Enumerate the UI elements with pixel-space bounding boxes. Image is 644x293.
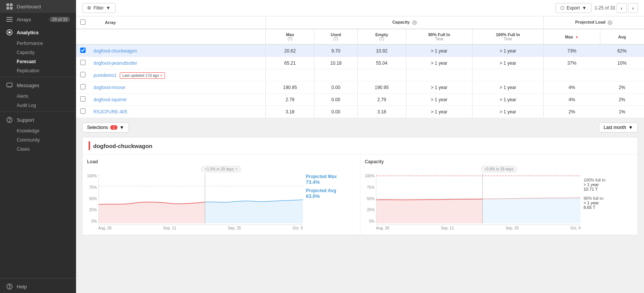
svg-rect-2 [6, 7, 9, 10]
cell-5: 73% [544, 45, 600, 57]
export-label: Export [566, 5, 580, 11]
support-label: Support [17, 117, 34, 123]
array-name-link[interactable]: dogfood-chuckwagon [94, 48, 137, 54]
content-area: Array Capacity i Projected Load i [76, 16, 644, 293]
sidebar-item-analytics[interactable]: Analytics [0, 26, 76, 39]
svg-rect-3 [10, 7, 13, 10]
array-name-link[interactable]: dogfood-moose [94, 85, 125, 90]
tooltip-close[interactable]: × [159, 73, 162, 78]
sidebar-sub-audit[interactable]: Audit Log [0, 101, 76, 110]
row-checkbox-1[interactable] [80, 60, 86, 65]
array-name-link[interactable]: dogfood-squirrel [94, 97, 127, 102]
alerts-label: Alerts [17, 94, 29, 99]
th-empty1 [76, 29, 90, 45]
projected-max-value: 73.4% [306, 179, 355, 185]
table-row: RSJCPURE-4053.180.003.18> 1 year> 1 year… [76, 106, 644, 118]
sidebar-item-messages[interactable]: Messages [0, 79, 76, 92]
row-checkbox-3[interactable] [80, 84, 86, 89]
filter-button[interactable]: ⚙ Filter ▼ [82, 3, 116, 13]
cell-6: 62% [600, 45, 644, 57]
cell-0 [266, 69, 314, 81]
cell-6: 2% [600, 81, 644, 94]
row-checkbox-0[interactable] [80, 48, 86, 53]
cell-4: > 1 year [472, 106, 544, 118]
svg-rect-6 [6, 21, 13, 22]
cell-0: 190.95 [266, 81, 314, 94]
messages-label: Messages [17, 83, 39, 88]
table-row: dogfood-peanutbutter65.2110.1855.04> 1 y… [76, 57, 644, 69]
row-checkbox-5[interactable] [80, 108, 86, 114]
sidebar-sub-capacity[interactable]: Capacity [0, 48, 76, 57]
select-all-checkbox[interactable] [80, 19, 86, 25]
load-annotation-line: +1.0% in 29 days × [201, 166, 241, 172]
array-title-bar [89, 141, 90, 150]
sidebar-item-arrays[interactable]: Arrays 29 of 33 [0, 13, 76, 26]
sidebar-sub-replication[interactable]: Replication [0, 66, 76, 75]
sidebar-item-dashboard[interactable]: Dashboard [0, 0, 76, 13]
array-name-link[interactable]: dogfood-peanutbutter [94, 61, 137, 66]
th-pl-avg: Avg [600, 29, 644, 45]
cell-6: 2% [600, 94, 644, 106]
array-detail-header: dogfood-chuckwagon [82, 137, 638, 154]
cell-4 [472, 69, 544, 81]
table-row: dogfood-moose190.950.00190.95> 1 year> 1… [76, 81, 644, 94]
capacity-90-value: > 1 year [584, 201, 633, 205]
pagination-text: 1-25 of 33 [595, 5, 615, 11]
capacity-annotation-line: +0.8% in 29 days [481, 166, 517, 172]
sidebar-sub-cases[interactable]: Cases [0, 145, 76, 154]
load-chart-title: Load [87, 159, 355, 164]
dashboard-icon [6, 3, 13, 10]
sidebar-item-support[interactable]: Support [0, 113, 76, 126]
load-chart-plot [98, 174, 303, 225]
table-wrapper: Array Capacity i Projected Load i [76, 16, 644, 118]
toolbar-left: ⚙ Filter ▼ [82, 3, 116, 13]
table-row: dogfood-chuckwagon20.629.7010.92> 1 year… [76, 45, 644, 57]
row-checkbox-4[interactable] [80, 96, 86, 102]
capacity-chart-container: Capacity +0.8% in 29 days 100% 75% [360, 154, 638, 235]
svg-rect-4 [6, 17, 13, 18]
array-name-link[interactable]: puredemo1 [94, 73, 117, 78]
capacity-chart-plot [376, 174, 581, 225]
projected-info-icon[interactable]: i [608, 20, 612, 25]
sidebar: Dashboard Arrays 29 of 33 Analytics Perf… [0, 0, 76, 293]
th-pl-max: Max ▼ [544, 29, 600, 45]
pagination-prev[interactable]: ‹ [617, 3, 627, 13]
export-button[interactable]: ⬡ Export ▼ [555, 3, 592, 13]
bottom-section: Selections 1 ▼ Last month ▼ dogfood-chuc… [76, 118, 644, 240]
sort-icon: ▼ [575, 35, 579, 39]
row-checkbox-2[interactable] [80, 72, 86, 77]
sidebar-sub-alerts[interactable]: Alerts [0, 92, 76, 101]
time-range-select[interactable]: Last month ▼ [599, 123, 638, 132]
sidebar-sub-performance[interactable]: Performance [0, 39, 76, 48]
sidebar-item-help[interactable]: Help [0, 280, 76, 293]
main-content: ⚙ Filter ▼ ⬡ Export ▼ 1-25 of 33 ‹ › [76, 0, 644, 293]
cell-3: > 1 year [406, 94, 472, 106]
svg-point-8 [8, 31, 11, 33]
sidebar-sub-forecast[interactable]: Forecast [0, 57, 76, 66]
load-chart-legend: Projected Max 73.4% Projected Avg 63.0% [306, 174, 355, 230]
sidebar-sub-knowledge[interactable]: Knowledge [0, 126, 76, 135]
pagination: 1-25 of 33 ‹ › [595, 3, 638, 13]
capacity-x-axis: Aug. 28 Sep. 11 Sep. 25 Oct. 9 [376, 225, 581, 230]
capacity-info-icon[interactable]: i [412, 20, 417, 25]
cell-4: > 1 year [472, 57, 544, 69]
array-name-cell: RSJCPURE-405 [90, 106, 266, 118]
selections-button[interactable]: Selections 1 ▼ [82, 123, 129, 132]
pagination-next[interactable]: › [628, 3, 638, 13]
cell-4: > 1 year [472, 81, 544, 94]
capacity-100-t: 10.71 T [584, 187, 633, 191]
cell-1: 9.70 [314, 45, 357, 57]
toolbar: ⚙ Filter ▼ ⬡ Export ▼ 1-25 of 33 ‹ › [76, 0, 644, 16]
export-icon: ⬡ [560, 5, 564, 11]
load-annotation-close[interactable]: × [235, 167, 238, 171]
array-name-link[interactable]: RSJCPURE-405 [94, 109, 127, 115]
load-y-axis: 100% 75% 50% 25% 0% [87, 174, 98, 223]
cell-6: 10% [600, 57, 644, 69]
cell-4: > 1 year [472, 45, 544, 57]
cell-0: 65.21 [266, 57, 314, 69]
selections-label: Selections [87, 125, 108, 130]
analytics-icon [6, 29, 13, 36]
sidebar-sub-community[interactable]: Community [0, 135, 76, 145]
cell-2: 2.79 [357, 94, 406, 106]
capacity-100-label: 100% full in: [584, 178, 633, 182]
